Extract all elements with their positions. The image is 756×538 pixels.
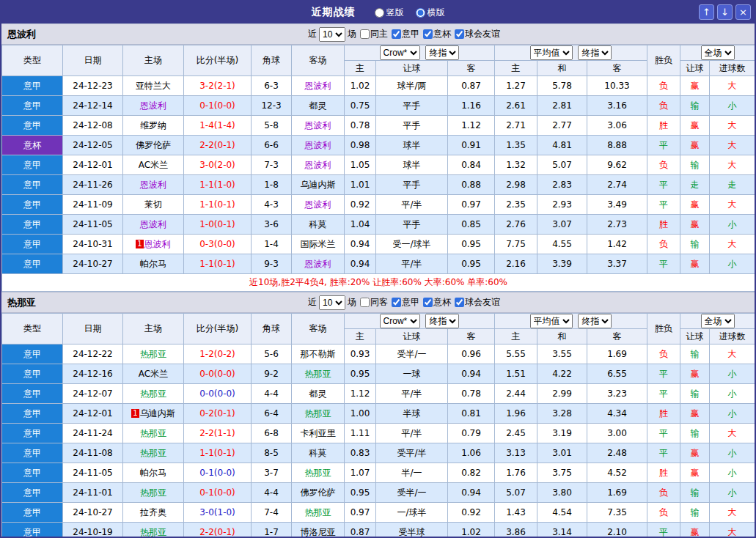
result-cell: 平 [647, 384, 680, 404]
away-team-link[interactable]: 热那亚 [292, 404, 345, 424]
home-team-link[interactable]: 拉齐奥 [123, 503, 184, 523]
away-team-link[interactable]: 恩波利 [292, 254, 345, 274]
same-venue-filter[interactable]: 同客 [360, 296, 388, 309]
away-team-link[interactable]: 佛罗伦萨 [292, 483, 345, 503]
home-team-link[interactable]: 恩波利 [123, 175, 184, 195]
coppa-italia-filter[interactable]: 意杯 [423, 28, 451, 40]
full-match-select[interactable]: 全场 [701, 45, 735, 60]
horizontal-layout-radio[interactable] [416, 8, 425, 18]
club-friendly-filter[interactable]: 球会友谊 [455, 296, 500, 309]
away-team-link[interactable]: 那不勒斯 [292, 344, 345, 364]
away-team-link[interactable]: 恩波利 [292, 116, 345, 136]
home-team-link[interactable]: AC米兰 [123, 364, 184, 384]
away-team-link[interactable]: 热那亚 [292, 503, 345, 523]
away-team-link[interactable]: 恩波利 [292, 76, 345, 96]
handicap-line-cell: 受半/一 [376, 483, 448, 503]
home-team-link[interactable]: 1恩波利 [123, 235, 184, 254]
full-match-select[interactable]: 全场 [701, 314, 735, 328]
close-button[interactable]: × [735, 4, 751, 20]
home-team-link[interactable]: 维罗纳 [123, 116, 184, 136]
home-team-link[interactable]: 帕尔马 [123, 254, 184, 274]
result-cell: 负 [647, 344, 680, 364]
odds-time-select[interactable]: 终指 [425, 45, 459, 60]
same-venue-checkbox[interactable] [360, 298, 370, 307]
home-team-link[interactable]: 帕尔马 [123, 463, 184, 483]
corner-header: 角球 [252, 314, 292, 344]
home-team-link[interactable]: 恩波利 [123, 215, 184, 235]
coppa-italia-checkbox[interactable] [423, 29, 433, 39]
serie-a-checkbox[interactable] [392, 298, 401, 307]
vertical-layout-option[interactable]: 竖版 [375, 7, 404, 19]
home-team-link[interactable]: 亚特兰大 [123, 76, 184, 96]
coppa-italia-checkbox[interactable] [423, 298, 433, 307]
home-team-link[interactable]: 1乌迪内斯 [123, 404, 184, 424]
vertical-layout-radio[interactable] [375, 8, 384, 18]
horizontal-layout-option[interactable]: 横版 [416, 7, 445, 19]
avg-away-cell: 4.34 [587, 404, 647, 424]
away-team-link[interactable]: 都灵 [292, 96, 345, 116]
serie-a-filter[interactable]: 意甲 [392, 296, 419, 309]
date-cell: 24-10-27 [63, 254, 123, 274]
result-cell: 负 [647, 96, 680, 116]
away-team-link[interactable]: 国际米兰 [292, 235, 345, 254]
home-team-link[interactable]: 热那亚 [123, 344, 184, 364]
away-team-link[interactable]: 科莫 [292, 215, 345, 235]
away-team-link[interactable]: 科莫 [292, 443, 345, 463]
away-odds-cell: 0.94 [448, 483, 495, 503]
home-team-link[interactable]: 莱切 [123, 195, 184, 215]
home-team-link[interactable]: 热那亚 [123, 443, 184, 463]
away-team-link[interactable]: 恩波利 [292, 136, 345, 155]
average-time-select[interactable]: 终指 [578, 45, 612, 60]
average-select[interactable]: 平均值 [530, 45, 573, 60]
away-team-link[interactable]: 恩波利 [292, 195, 345, 215]
home-odds-cell: 0.95 [345, 483, 376, 503]
avg-draw-cell: 3.19 [537, 424, 587, 443]
date-header: 日期 [63, 314, 123, 344]
date-cell: 24-11-08 [63, 443, 123, 463]
home-team-link[interactable]: 热那亚 [123, 523, 184, 538]
away-team-link[interactable]: 都灵 [292, 384, 345, 404]
average-select[interactable]: 平均值 [530, 314, 573, 328]
match-count-select[interactable]: 10 [319, 295, 345, 310]
handicap-line-cell: 半/一 [376, 463, 448, 483]
home-team-link[interactable]: 恩波利 [123, 96, 184, 116]
average-time-select[interactable]: 终指 [578, 314, 612, 328]
home-team-link[interactable]: 佛罗伦萨 [123, 136, 184, 155]
club-friendly-checkbox[interactable] [455, 29, 464, 39]
home-team-link[interactable]: 热那亚 [123, 384, 184, 404]
odds-company-select[interactable]: Crow* [380, 314, 420, 328]
home-team-name: 帕尔马 [140, 468, 166, 478]
odds-time-select[interactable]: 终指 [425, 314, 459, 328]
same-venue-filter[interactable]: 同主 [360, 28, 388, 40]
coppa-italia-filter[interactable]: 意杯 [423, 296, 451, 309]
away-team-link[interactable]: 博洛尼亚 [292, 523, 345, 538]
handicap-line-cell: 半球 [376, 404, 448, 424]
handicap-line-cell: 受半/一 [376, 344, 448, 364]
away-team-link[interactable]: 恩波利 [292, 155, 345, 175]
home-team-link[interactable]: 热那亚 [123, 483, 184, 503]
date-cell: 24-12-01 [63, 155, 123, 175]
club-friendly-checkbox[interactable] [455, 298, 464, 307]
handicap-result-cell: 输 [680, 424, 710, 443]
same-venue-checkbox[interactable] [360, 29, 370, 39]
away-team-link[interactable]: 热那亚 [292, 463, 345, 483]
avg-home-cell: 1.35 [495, 136, 537, 155]
avg-draw-cell: 2.83 [537, 175, 587, 195]
home-team-name: 莱切 [144, 199, 162, 210]
league-cell: 意甲 [2, 175, 63, 195]
away-team-link[interactable]: 热那亚 [292, 364, 345, 384]
match-count-select[interactable]: 10 [319, 27, 345, 42]
move-down-button[interactable]: ↓ [717, 4, 733, 20]
serie-a-filter[interactable]: 意甲 [392, 28, 419, 40]
home-team-name: 恩波利 [140, 219, 166, 229]
move-up-button[interactable]: ↑ [699, 4, 714, 20]
club-friendly-filter[interactable]: 球会友谊 [455, 28, 500, 40]
score-cell: 3-0(2-0) [184, 155, 252, 175]
odds-company-select[interactable]: Crow* [380, 45, 420, 60]
date-cell: 24-10-19 [63, 523, 123, 538]
away-team-link[interactable]: 乌迪内斯 [292, 175, 345, 195]
away-team-link[interactable]: 卡利亚里 [292, 424, 345, 443]
home-team-link[interactable]: 热那亚 [123, 424, 184, 443]
serie-a-checkbox[interactable] [392, 29, 401, 39]
home-team-link[interactable]: AC米兰 [123, 155, 184, 175]
